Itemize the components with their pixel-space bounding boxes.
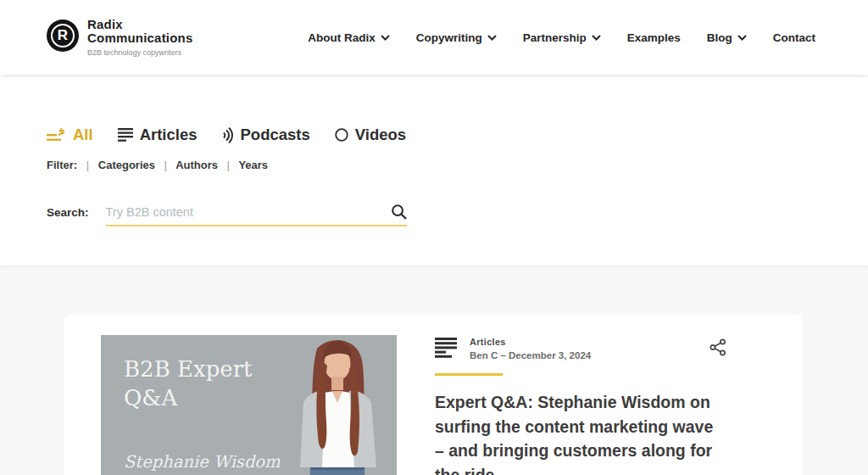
chevron-down-icon — [737, 35, 747, 41]
tab-videos[interactable]: Videos — [335, 126, 406, 144]
tab-label: Podcasts — [241, 126, 310, 144]
image-caption: Stephanie Wisdom — [124, 452, 281, 472]
logo-text: Radix Communications B2B technology copy… — [87, 18, 192, 57]
mixed-content-icon — [47, 127, 66, 143]
article-lines-icon — [435, 338, 457, 358]
nav-blog[interactable]: Blog — [707, 31, 747, 44]
nav-partnership[interactable]: Partnership — [523, 31, 601, 44]
filter-row: Filter: | Categories | Authors | Years — [47, 159, 868, 171]
search-input[interactable] — [106, 205, 391, 219]
share-nodes-icon[interactable] — [709, 338, 726, 356]
separator: | — [86, 159, 89, 171]
circle-icon — [335, 128, 348, 142]
search-row: Search: — [47, 204, 868, 226]
post-meta-text: Articles Ben C – December 3, 2024 — [470, 337, 591, 360]
tab-podcasts[interactable]: Podcasts — [222, 126, 310, 144]
post-featured-image[interactable]: B2B Expert Q&A Stephanie Wisdom — [101, 335, 397, 475]
chevron-down-icon — [592, 35, 601, 41]
nav-label: Copywriting — [416, 31, 482, 44]
tab-label: Videos — [355, 126, 406, 144]
main-content: All Articles Podcasts — [0, 75, 868, 475]
post-meta-row: Articles Ben C – December 3, 2024 — [435, 337, 726, 360]
filter-authors[interactable]: Authors — [175, 159, 218, 171]
person-photo — [278, 335, 397, 475]
site-header: R Radix Communications B2B technology co… — [0, 0, 868, 75]
post-category[interactable]: Articles — [470, 337, 591, 347]
logo-initial: R — [51, 24, 75, 48]
tab-label: All — [73, 126, 93, 144]
filter-categories[interactable]: Categories — [98, 159, 155, 171]
separator: | — [164, 159, 167, 171]
posts-section: B2B Expert Q&A Stephanie Wisdom — [0, 265, 868, 475]
nav-label: Examples — [627, 31, 681, 44]
logo-name-line2: Communications — [87, 31, 192, 45]
blog-filter-section: All Articles Podcasts — [0, 75, 868, 226]
nav-label: Blog — [707, 31, 732, 44]
nav-examples[interactable]: Examples — [627, 31, 681, 44]
separator: | — [227, 159, 230, 171]
chevron-down-icon — [381, 35, 390, 41]
filter-years[interactable]: Years — [238, 159, 268, 171]
site-logo[interactable]: R Radix Communications B2B technology co… — [47, 18, 192, 57]
tab-label: Articles — [140, 126, 198, 144]
chevron-down-icon — [487, 35, 497, 41]
image-heading: B2B Expert Q&A — [101, 335, 262, 412]
search-box — [106, 204, 407, 226]
post-card[interactable]: B2B Expert Q&A Stephanie Wisdom — [64, 315, 803, 475]
tab-all[interactable]: All — [47, 126, 93, 144]
accent-divider — [435, 373, 503, 376]
nav-copywriting[interactable]: Copywriting — [416, 31, 497, 44]
article-lines-icon — [118, 128, 133, 142]
content-type-tabs: All Articles Podcasts — [47, 126, 868, 144]
post-byline: Ben C – December 3, 2024 — [470, 350, 591, 360]
nav-label: About Radix — [308, 31, 376, 44]
radix-logo-icon: R — [47, 20, 79, 52]
search-icon[interactable] — [391, 204, 407, 220]
search-label: Search: — [47, 206, 89, 226]
nav-about-radix[interactable]: About Radix — [308, 31, 390, 44]
tab-articles[interactable]: Articles — [118, 126, 198, 144]
post-content: Articles Ben C – December 3, 2024 Expert… — [435, 335, 726, 475]
nav-contact[interactable]: Contact — [773, 31, 815, 44]
nav-label: Partnership — [523, 31, 587, 44]
filter-label: Filter: — [47, 159, 77, 171]
nav-label: Contact — [773, 31, 815, 44]
logo-tagline: B2B technology copywriters — [87, 48, 192, 57]
logo-name-line1: Radix — [87, 18, 192, 31]
main-nav: About Radix Copywriting Partnership Exam… — [308, 31, 815, 44]
broadcast-waves-icon — [222, 127, 234, 143]
post-title[interactable]: Expert Q&A: Stephanie Wisdom on surfing … — [435, 390, 726, 475]
